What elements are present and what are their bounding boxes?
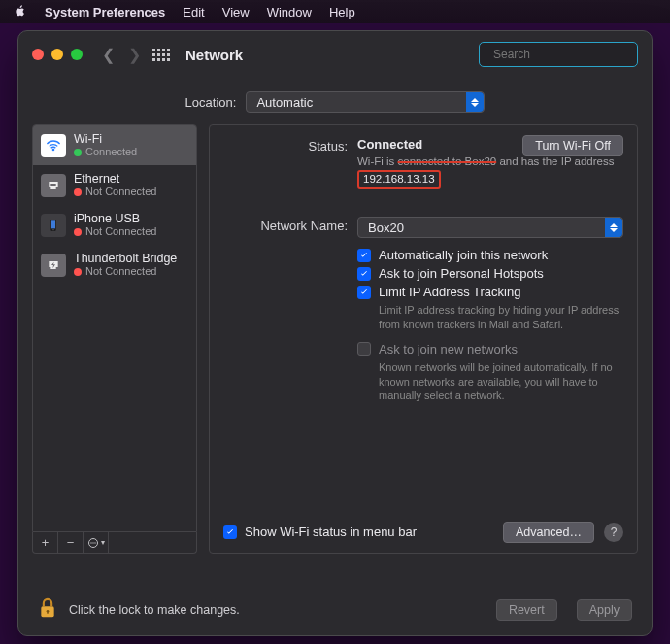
show-in-menubar-checkbox[interactable] — [223, 525, 237, 539]
forward-button[interactable]: ❯ — [128, 46, 141, 64]
advanced-button[interactable]: Advanced… — [503, 522, 594, 543]
zoom-button[interactable] — [71, 49, 83, 60]
search-field[interactable] — [479, 42, 638, 67]
ellipsis-circle-icon — [87, 537, 99, 549]
thunderbolt-icon — [41, 254, 66, 277]
help-button[interactable]: ? — [604, 523, 623, 542]
ask-new-networks-note: Known networks will be joined automatica… — [379, 360, 623, 404]
lock-text: Click the lock to make changes. — [69, 603, 240, 617]
svg-rect-1 — [51, 220, 55, 228]
lock-bar: Click the lock to make changes. Revert A… — [18, 585, 652, 635]
network-name-label: Network Name: — [223, 217, 348, 233]
chevron-down-icon: ▾ — [101, 538, 105, 547]
status-dot-icon — [74, 268, 82, 276]
ask-new-networks-label: Ask to join new networks — [379, 342, 518, 356]
menu-view[interactable]: View — [222, 5, 250, 19]
interface-actions-button[interactable]: ▾ — [84, 532, 109, 553]
revert-button[interactable]: Revert — [496, 599, 557, 621]
status-dot-icon — [74, 188, 82, 196]
network-name-value: Box20 — [368, 220, 404, 235]
sidebar-item-ethernet[interactable]: Ethernet Not Connected — [33, 165, 196, 205]
svg-point-5 — [92, 542, 93, 543]
ask-new-networks-checkbox[interactable] — [357, 342, 371, 356]
menu-window[interactable]: Window — [267, 5, 312, 19]
status-label: Status: — [223, 137, 348, 153]
ethernet-icon — [41, 174, 66, 197]
menubar-app-name[interactable]: System Preferences — [45, 5, 165, 19]
sidebar-item-label: Ethernet — [74, 172, 156, 186]
sidebar-item-iphone-usb[interactable]: iPhone USB Not Connected — [33, 205, 196, 245]
chevron-updown-icon — [466, 92, 484, 112]
chevron-updown-icon — [605, 218, 622, 237]
ask-hotspots-checkbox[interactable] — [357, 267, 371, 281]
menu-help[interactable]: Help — [329, 5, 355, 19]
limit-ip-note: Limit IP address tracking by hiding your… — [379, 303, 623, 332]
menubar: System Preferences Edit View Window Help — [0, 0, 670, 23]
search-input[interactable] — [493, 48, 639, 61]
traffic-lights — [32, 49, 83, 60]
auto-join-checkbox[interactable] — [357, 249, 371, 262]
location-label: Location: — [185, 95, 237, 110]
show-in-menubar-label: Show Wi-Fi status in menu bar — [245, 525, 417, 539]
menu-edit[interactable]: Edit — [183, 5, 204, 19]
close-button[interactable] — [32, 49, 44, 60]
svg-point-6 — [94, 542, 95, 543]
status-dot-icon — [74, 149, 82, 156]
ip-address-highlight: 192.168.13.13 — [357, 170, 441, 190]
limit-ip-label: Limit IP Address Tracking — [379, 285, 520, 299]
sidebar-item-thunderbolt[interactable]: Thunderbolt Bridge Not Connected — [33, 245, 196, 285]
limit-ip-checkbox[interactable] — [357, 286, 371, 299]
sidebar-item-label: Wi-Fi — [74, 132, 137, 146]
wifi-icon — [41, 134, 66, 157]
window-title: Network — [185, 47, 243, 63]
sidebar-item-label: Thunderbolt Bridge — [74, 252, 177, 265]
svg-point-2 — [52, 229, 53, 230]
detail-pane: Turn Wi-Fi Off Status: Connected Wi-Fi i… — [209, 124, 638, 554]
sidebar-item-label: iPhone USB — [74, 212, 156, 225]
back-button[interactable]: ❮ — [102, 46, 115, 64]
svg-rect-9 — [47, 611, 48, 614]
svg-point-4 — [90, 542, 91, 543]
auto-join-label: Automatically join this network — [379, 248, 548, 262]
show-all-icon[interactable] — [152, 49, 170, 61]
add-interface-button[interactable]: + — [33, 532, 58, 553]
status-dot-icon — [74, 228, 82, 236]
location-value: Automatic — [256, 95, 313, 110]
network-name-select[interactable]: Box20 — [357, 217, 623, 238]
apply-button[interactable]: Apply — [577, 599, 632, 621]
minimize-button[interactable] — [51, 49, 63, 60]
sidebar-item-wifi[interactable]: Wi-Fi Connected — [33, 125, 196, 165]
remove-interface-button[interactable]: − — [58, 532, 84, 553]
interface-sidebar: Wi-Fi Connected Ethernet Not Connected — [32, 124, 197, 554]
lock-icon[interactable] — [38, 596, 57, 624]
iphone-icon — [41, 214, 66, 237]
location-select[interactable]: Automatic — [246, 91, 485, 113]
ask-hotspots-label: Ask to join Personal Hotspots — [379, 266, 544, 281]
status-detail: Wi-Fi is connected to Box20 and has the … — [357, 154, 623, 189]
window-toolbar: ❮ ❯ Network — [18, 31, 652, 78]
wifi-toggle-button[interactable]: Turn Wi-Fi Off — [522, 135, 623, 156]
preferences-window: ❮ ❯ Network Location: Automatic — [17, 30, 653, 636]
apple-menu[interactable] — [14, 4, 27, 20]
